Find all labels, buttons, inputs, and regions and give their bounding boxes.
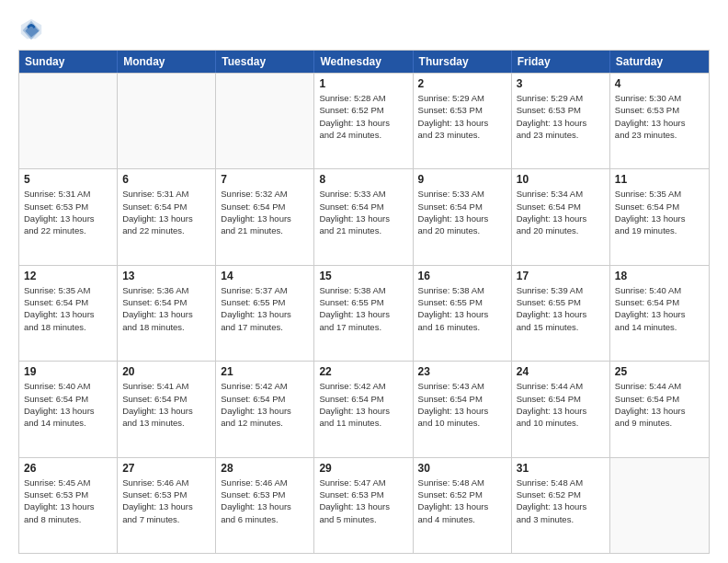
day-number: 24 bbox=[517, 365, 605, 378]
day-info: Sunrise: 5:33 AM Sunset: 6:54 PM Dayligh… bbox=[418, 188, 506, 236]
day-info: Sunrise: 5:29 AM Sunset: 6:53 PM Dayligh… bbox=[517, 92, 605, 141]
day-info: Sunrise: 5:42 AM Sunset: 6:54 PM Dayligh… bbox=[221, 380, 309, 429]
empty-cell bbox=[216, 74, 314, 168]
day-number: 22 bbox=[319, 365, 407, 378]
day-cell-21: 21Sunrise: 5:42 AM Sunset: 6:54 PM Dayli… bbox=[216, 362, 314, 456]
weekday-header-saturday: Saturday bbox=[610, 51, 709, 73]
weekday-header-thursday: Thursday bbox=[414, 51, 512, 73]
day-cell-17: 17Sunrise: 5:39 AM Sunset: 6:55 PM Dayli… bbox=[512, 266, 610, 361]
day-cell-16: 16Sunrise: 5:38 AM Sunset: 6:55 PM Dayli… bbox=[414, 266, 512, 361]
day-info: Sunrise: 5:32 AM Sunset: 6:54 PM Dayligh… bbox=[221, 188, 309, 236]
day-number: 21 bbox=[221, 365, 309, 378]
day-cell-27: 27Sunrise: 5:46 AM Sunset: 6:53 PM Dayli… bbox=[118, 458, 216, 553]
day-number: 8 bbox=[319, 173, 407, 186]
day-number: 15 bbox=[319, 270, 407, 282]
weekday-header-monday: Monday bbox=[118, 51, 216, 73]
day-number: 25 bbox=[615, 365, 704, 378]
day-number: 31 bbox=[517, 462, 605, 475]
day-info: Sunrise: 5:28 AM Sunset: 6:52 PM Dayligh… bbox=[319, 92, 407, 141]
day-cell-24: 24Sunrise: 5:44 AM Sunset: 6:54 PM Dayli… bbox=[512, 362, 610, 456]
day-cell-26: 26Sunrise: 5:45 AM Sunset: 6:53 PM Dayli… bbox=[19, 458, 118, 553]
day-info: Sunrise: 5:39 AM Sunset: 6:55 PM Dayligh… bbox=[517, 284, 605, 333]
day-number: 20 bbox=[122, 365, 210, 378]
day-info: Sunrise: 5:33 AM Sunset: 6:54 PM Dayligh… bbox=[319, 188, 407, 236]
day-cell-9: 9Sunrise: 5:33 AM Sunset: 6:54 PM Daylig… bbox=[414, 169, 512, 264]
logo-icon bbox=[18, 17, 44, 42]
day-info: Sunrise: 5:44 AM Sunset: 6:54 PM Dayligh… bbox=[615, 380, 704, 429]
calendar-header-row: SundayMondayTuesdayWednesdayThursdayFrid… bbox=[19, 51, 709, 73]
day-number: 11 bbox=[615, 173, 704, 186]
day-cell-19: 19Sunrise: 5:40 AM Sunset: 6:54 PM Dayli… bbox=[19, 362, 118, 456]
day-cell-20: 20Sunrise: 5:41 AM Sunset: 6:54 PM Dayli… bbox=[118, 362, 216, 456]
weekday-header-friday: Friday bbox=[512, 51, 610, 73]
day-number: 5 bbox=[24, 173, 112, 186]
weekday-header-tuesday: Tuesday bbox=[216, 51, 314, 73]
day-cell-28: 28Sunrise: 5:46 AM Sunset: 6:53 PM Dayli… bbox=[216, 458, 314, 553]
calendar-week-2: 5Sunrise: 5:31 AM Sunset: 6:53 PM Daylig… bbox=[19, 168, 709, 264]
day-number: 3 bbox=[517, 77, 605, 90]
empty-cell bbox=[118, 74, 216, 168]
day-number: 1 bbox=[319, 77, 407, 90]
day-number: 10 bbox=[517, 173, 605, 186]
day-info: Sunrise: 5:46 AM Sunset: 6:53 PM Dayligh… bbox=[221, 477, 309, 525]
day-info: Sunrise: 5:34 AM Sunset: 6:54 PM Dayligh… bbox=[517, 188, 605, 236]
day-info: Sunrise: 5:38 AM Sunset: 6:55 PM Dayligh… bbox=[319, 284, 407, 333]
day-cell-29: 29Sunrise: 5:47 AM Sunset: 6:53 PM Dayli… bbox=[314, 458, 413, 553]
day-info: Sunrise: 5:41 AM Sunset: 6:54 PM Dayligh… bbox=[122, 380, 210, 429]
calendar-week-1: 1Sunrise: 5:28 AM Sunset: 6:52 PM Daylig… bbox=[19, 73, 709, 168]
day-number: 28 bbox=[221, 462, 309, 475]
day-cell-22: 22Sunrise: 5:42 AM Sunset: 6:54 PM Dayli… bbox=[314, 362, 413, 456]
day-number: 29 bbox=[319, 462, 407, 475]
empty-cell bbox=[19, 74, 118, 168]
day-info: Sunrise: 5:45 AM Sunset: 6:53 PM Dayligh… bbox=[24, 477, 112, 525]
day-cell-13: 13Sunrise: 5:36 AM Sunset: 6:54 PM Dayli… bbox=[118, 266, 216, 361]
day-cell-8: 8Sunrise: 5:33 AM Sunset: 6:54 PM Daylig… bbox=[314, 169, 413, 264]
day-number: 13 bbox=[122, 270, 210, 282]
calendar-week-4: 19Sunrise: 5:40 AM Sunset: 6:54 PM Dayli… bbox=[19, 361, 709, 456]
day-cell-11: 11Sunrise: 5:35 AM Sunset: 6:54 PM Dayli… bbox=[610, 169, 709, 264]
day-number: 14 bbox=[221, 270, 309, 282]
day-cell-23: 23Sunrise: 5:43 AM Sunset: 6:54 PM Dayli… bbox=[414, 362, 512, 456]
day-cell-18: 18Sunrise: 5:40 AM Sunset: 6:54 PM Dayli… bbox=[610, 266, 709, 361]
day-info: Sunrise: 5:48 AM Sunset: 6:52 PM Dayligh… bbox=[517, 477, 605, 525]
day-number: 7 bbox=[221, 173, 309, 186]
header bbox=[18, 17, 710, 42]
day-cell-6: 6Sunrise: 5:31 AM Sunset: 6:54 PM Daylig… bbox=[118, 169, 216, 264]
day-info: Sunrise: 5:42 AM Sunset: 6:54 PM Dayligh… bbox=[319, 380, 407, 429]
day-info: Sunrise: 5:47 AM Sunset: 6:53 PM Dayligh… bbox=[319, 477, 407, 525]
day-number: 16 bbox=[418, 270, 506, 282]
day-cell-5: 5Sunrise: 5:31 AM Sunset: 6:53 PM Daylig… bbox=[19, 169, 118, 264]
day-number: 2 bbox=[418, 77, 506, 90]
day-cell-25: 25Sunrise: 5:44 AM Sunset: 6:54 PM Dayli… bbox=[610, 362, 709, 456]
page: SundayMondayTuesdayWednesdayThursdayFrid… bbox=[0, 0, 728, 563]
day-cell-12: 12Sunrise: 5:35 AM Sunset: 6:54 PM Dayli… bbox=[19, 266, 118, 361]
day-cell-31: 31Sunrise: 5:48 AM Sunset: 6:52 PM Dayli… bbox=[512, 458, 610, 553]
day-cell-10: 10Sunrise: 5:34 AM Sunset: 6:54 PM Dayli… bbox=[512, 169, 610, 264]
day-number: 26 bbox=[24, 462, 112, 475]
day-number: 9 bbox=[418, 173, 506, 186]
logo bbox=[18, 17, 48, 42]
day-number: 23 bbox=[418, 365, 506, 378]
day-number: 27 bbox=[122, 462, 210, 475]
day-info: Sunrise: 5:37 AM Sunset: 6:55 PM Dayligh… bbox=[221, 284, 309, 333]
day-number: 30 bbox=[418, 462, 506, 475]
day-cell-2: 2Sunrise: 5:29 AM Sunset: 6:53 PM Daylig… bbox=[414, 74, 512, 168]
day-info: Sunrise: 5:44 AM Sunset: 6:54 PM Dayligh… bbox=[517, 380, 605, 429]
weekday-header-wednesday: Wednesday bbox=[314, 51, 413, 73]
day-number: 17 bbox=[517, 270, 605, 282]
day-cell-1: 1Sunrise: 5:28 AM Sunset: 6:52 PM Daylig… bbox=[314, 74, 413, 168]
day-info: Sunrise: 5:38 AM Sunset: 6:55 PM Dayligh… bbox=[418, 284, 506, 333]
day-number: 18 bbox=[615, 270, 704, 282]
day-info: Sunrise: 5:40 AM Sunset: 6:54 PM Dayligh… bbox=[615, 284, 704, 333]
day-info: Sunrise: 5:31 AM Sunset: 6:54 PM Dayligh… bbox=[122, 188, 210, 236]
calendar-week-3: 12Sunrise: 5:35 AM Sunset: 6:54 PM Dayli… bbox=[19, 265, 709, 361]
day-cell-3: 3Sunrise: 5:29 AM Sunset: 6:53 PM Daylig… bbox=[512, 74, 610, 168]
empty-cell bbox=[610, 458, 709, 553]
day-cell-14: 14Sunrise: 5:37 AM Sunset: 6:55 PM Dayli… bbox=[216, 266, 314, 361]
day-number: 4 bbox=[615, 77, 704, 90]
day-info: Sunrise: 5:31 AM Sunset: 6:53 PM Dayligh… bbox=[24, 188, 112, 236]
calendar-body: 1Sunrise: 5:28 AM Sunset: 6:52 PM Daylig… bbox=[19, 73, 709, 553]
day-cell-15: 15Sunrise: 5:38 AM Sunset: 6:55 PM Dayli… bbox=[314, 266, 413, 361]
day-info: Sunrise: 5:30 AM Sunset: 6:53 PM Dayligh… bbox=[615, 92, 704, 141]
day-info: Sunrise: 5:40 AM Sunset: 6:54 PM Dayligh… bbox=[24, 380, 112, 429]
